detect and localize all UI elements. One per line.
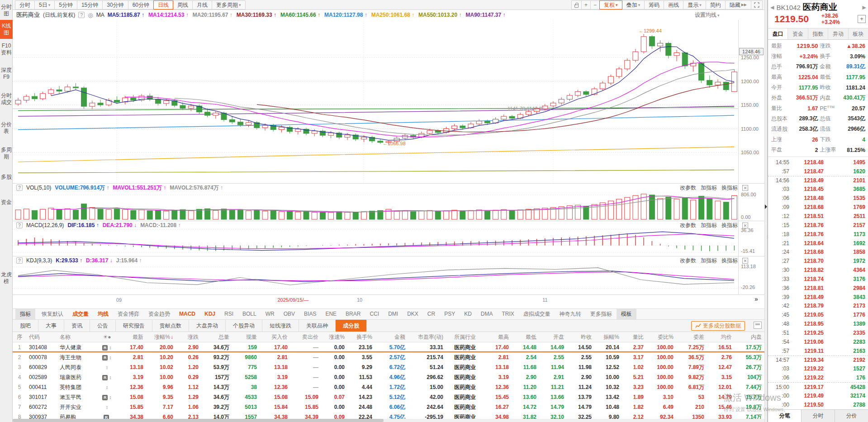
- indicator-虚拟成交量[interactable]: 虚拟成交量: [519, 309, 555, 319]
- indicator-资金趋势[interactable]: 资金趋势: [144, 309, 175, 319]
- sidebar-item-7[interactable]: 多周期: [0, 146, 13, 161]
- period-button-日线[interactable]: 日线: [153, 0, 173, 9]
- indicator-PSY[interactable]: PSY: [440, 309, 460, 319]
- indicator-KDJ[interactable]: KDJ: [200, 309, 220, 319]
- col-header-量比[interactable]: 量比: [622, 333, 646, 341]
- tab-关联品种[interactable]: 关联品种: [299, 320, 336, 332]
- sidebar-item-1[interactable]: 分时图: [0, 3, 13, 18]
- main-kline-chart[interactable]: [13, 20, 738, 183]
- col-header-总量[interactable]: 总量: [201, 333, 232, 341]
- col-header-市盈率(动)[interactable]: 市盈率(动): [408, 333, 446, 341]
- indicator-均线[interactable]: 均线: [93, 309, 113, 319]
- col-header-☀●[interactable]: ☀●: [95, 334, 119, 340]
- panel-collapse-strip[interactable]: ⋮⋮: [764, 0, 768, 422]
- ma-settings-button[interactable]: 设置均线▾: [695, 11, 720, 19]
- col-header-所属行业[interactable]: 所属行业: [446, 333, 484, 341]
- indicator-DMA[interactable]: DMA: [476, 309, 498, 319]
- col-header-最高[interactable]: 最高: [484, 333, 512, 341]
- tab-成分股[interactable]: 成分股: [336, 320, 367, 332]
- volume-chart[interactable]: [13, 192, 738, 220]
- quote-tab-盘口[interactable]: 盘口: [768, 28, 788, 39]
- col-header-卖出价[interactable]: 卖出价: [290, 333, 321, 341]
- tab-研究报告[interactable]: 研究报告: [116, 320, 152, 332]
- indicator-TRIX[interactable]: TRIX: [498, 309, 519, 319]
- toolbar-button-简约[interactable]: 简约: [706, 0, 726, 9]
- col-header-均价[interactable]: 均价: [707, 333, 735, 341]
- col-header-最低[interactable]: 最低: [512, 333, 539, 341]
- col-header-委比%[interactable]: 委比%: [646, 333, 676, 341]
- toolbar-button-复权[interactable]: 复权▾: [599, 0, 622, 9]
- period-button-5分钟[interactable]: 5分钟: [54, 0, 77, 9]
- table-row-7[interactable]: 7600272开开实业↕15.857.171.0639.2万501315.841…: [13, 402, 764, 412]
- control-加指标[interactable]: 加指标: [701, 184, 717, 192]
- table-row-3[interactable]: 3600829人民同泰↕13.1810.021.2053.9万77513.18—…: [13, 362, 764, 372]
- more-constituent-data-button[interactable]: 更多成分股数据: [691, 321, 745, 331]
- col-header-开盘[interactable]: 开盘: [539, 333, 567, 341]
- help-icon[interactable]: ?: [16, 222, 23, 228]
- toolbar-button-隐藏[interactable]: 隐藏▶▶: [725, 0, 751, 9]
- col-header-涨跌[interactable]: 涨跌: [176, 333, 201, 341]
- close-icon[interactable]: ✕: [742, 185, 748, 191]
- indicator-更多指标[interactable]: 更多指标: [586, 309, 617, 319]
- indicator-OBV[interactable]: OBV: [279, 309, 299, 319]
- indicator-成交量[interactable]: 成交量: [68, 309, 93, 319]
- sidebar-item-4[interactable]: 深度F9: [0, 66, 13, 81]
- tab-短线涨跌[interactable]: 短线涨跌: [262, 320, 299, 332]
- sidebar-item-5[interactable]: 分时成交: [0, 91, 13, 107]
- pop-out-panel-icon[interactable]: [754, 322, 762, 329]
- sidebar-item-10[interactable]: 龙虎榜: [0, 270, 13, 286]
- period-button-分时[interactable]: 分时: [15, 0, 35, 9]
- tab-大事[interactable]: 大事: [38, 320, 64, 332]
- sidebar-item-6[interactable]: 分价表: [0, 120, 13, 136]
- constituent-table[interactable]: 1301408华人健康R↕17.4020.002.9034.6万15917.40…: [13, 342, 764, 422]
- tab-股吧[interactable]: 股吧: [13, 320, 38, 332]
- sidebar-item-9[interactable]: 资金: [0, 198, 13, 207]
- toolbar-button-叠加[interactable]: 叠加▾: [622, 0, 645, 9]
- period-button-60分钟[interactable]: 60分钟: [128, 0, 154, 9]
- tab-贡献点数[interactable]: 贡献点数: [152, 320, 189, 332]
- col-header-内盘[interactable]: 内盘: [735, 333, 764, 341]
- expand-panels-button[interactable]: »: [754, 295, 758, 303]
- col-header-委差[interactable]: 委差: [676, 333, 707, 341]
- indicator-CR[interactable]: CR: [423, 309, 440, 319]
- control-加指标[interactable]: 加指标: [701, 257, 717, 265]
- col-header-涨速%[interactable]: 涨速%: [321, 333, 347, 341]
- add-to-watchlist-button[interactable]: +: [858, 15, 866, 23]
- tick-tab-分笔[interactable]: 分笔: [768, 410, 802, 422]
- tab-资讯[interactable]: 资讯: [64, 320, 90, 332]
- indicator-资金博弈[interactable]: 资金博弈: [113, 309, 144, 319]
- indicator-神奇九转[interactable]: 神奇九转: [555, 309, 586, 319]
- period-button-15分钟[interactable]: 15分钟: [77, 0, 103, 9]
- gear-icon[interactable]: ◎: [88, 12, 93, 19]
- indicator-WR[interactable]: WR: [261, 309, 279, 319]
- indicator-ENE[interactable]: ENE: [321, 309, 341, 319]
- indicator-DMI[interactable]: DMI: [384, 309, 403, 319]
- period-button-30分钟[interactable]: 30分钟: [102, 0, 128, 9]
- help-icon[interactable]: ?: [16, 257, 23, 264]
- sidebar-item-8[interactable]: 多股: [0, 173, 13, 181]
- quote-tab-异动[interactable]: 异动: [828, 28, 848, 39]
- col-header-现量[interactable]: 现量: [232, 333, 260, 341]
- indicator-BOLL[interactable]: BOLL: [238, 309, 261, 319]
- col-header-买入价[interactable]: 买入价: [260, 333, 290, 341]
- indicator-模板[interactable]: 模板: [617, 309, 636, 319]
- indicator-恢复默认[interactable]: 恢复默认: [37, 309, 68, 319]
- sidebar-item-2[interactable]: K线图: [0, 20, 13, 39]
- quote-tab-资金[interactable]: 资金: [788, 28, 808, 39]
- col-header-涨幅%[interactable]: 涨幅%↓: [146, 333, 176, 341]
- control-换指标[interactable]: 换指标: [721, 257, 738, 265]
- tick-tab-分时[interactable]: 分时: [802, 410, 835, 422]
- help-icon[interactable]: ?: [78, 12, 85, 18]
- toolbar-button-显示[interactable]: 显示▾: [683, 0, 706, 9]
- quote-tab-板块[interactable]: 板块: [849, 28, 868, 39]
- control-改参数[interactable]: 改参数: [680, 257, 696, 265]
- indicator-BIAS[interactable]: BIAS: [299, 309, 321, 319]
- col-header-名称[interactable]: 名称: [57, 333, 95, 341]
- table-row-6[interactable]: 6301017漱玉平民R↕15.089.351.2934.6万453315.08…: [13, 392, 764, 402]
- tab-大盘异动[interactable]: 大盘异动: [189, 320, 226, 332]
- scrollbar-thumb[interactable]: [13, 419, 384, 422]
- horizontal-scrollbar[interactable]: [13, 419, 764, 422]
- indicator-KD[interactable]: KD: [460, 309, 476, 319]
- col-header-振幅%[interactable]: 振幅%: [594, 333, 622, 341]
- period-button-月线[interactable]: 月线: [192, 0, 212, 9]
